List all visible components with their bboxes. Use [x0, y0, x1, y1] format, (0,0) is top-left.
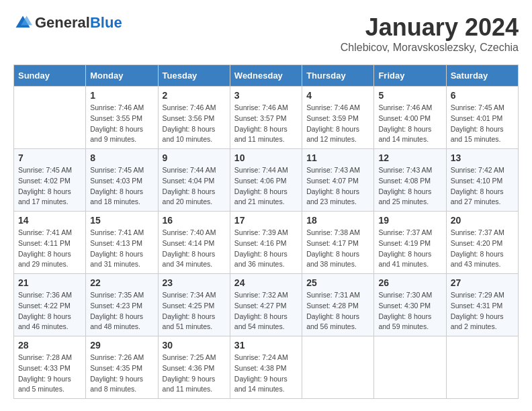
- calendar-week-row: 21Sunrise: 7:36 AMSunset: 4:22 PMDayligh…: [14, 274, 519, 336]
- calendar-body: 1Sunrise: 7:46 AMSunset: 3:55 PMDaylight…: [14, 87, 519, 399]
- sub-title: Chlebicov, Moravskoslezsky, Czechia: [341, 42, 519, 54]
- page-header: GeneralBlue January 2024 Chlebicov, Mora…: [13, 13, 519, 54]
- day-info: Sunrise: 7:45 AMSunset: 4:03 PMDaylight:…: [90, 165, 153, 208]
- day-number: 19: [378, 215, 441, 226]
- weekday-header-wednesday: Wednesday: [230, 65, 302, 87]
- weekday-header-saturday: Saturday: [446, 65, 518, 87]
- calendar-cell: 22Sunrise: 7:35 AMSunset: 4:23 PMDayligh…: [86, 274, 158, 336]
- calendar-cell: 13Sunrise: 7:42 AMSunset: 4:10 PMDayligh…: [446, 149, 518, 212]
- day-number: 5: [378, 90, 441, 101]
- calendar-cell: 1Sunrise: 7:46 AMSunset: 3:55 PMDaylight…: [86, 87, 158, 149]
- day-info: Sunrise: 7:30 AMSunset: 4:30 PMDaylight:…: [378, 290, 441, 332]
- day-number: 15: [90, 215, 153, 226]
- day-number: 1: [90, 90, 153, 101]
- day-info: Sunrise: 7:46 AMSunset: 3:55 PMDaylight:…: [90, 103, 153, 145]
- calendar-cell: 17Sunrise: 7:39 AMSunset: 4:16 PMDayligh…: [230, 212, 302, 274]
- main-title: January 2024: [341, 13, 519, 42]
- calendar-cell: 18Sunrise: 7:38 AMSunset: 4:17 PMDayligh…: [302, 212, 374, 274]
- day-number: 26: [378, 277, 441, 288]
- day-number: 11: [306, 152, 369, 163]
- day-number: 6: [451, 90, 514, 101]
- day-info: Sunrise: 7:31 AMSunset: 4:28 PMDaylight:…: [306, 290, 369, 332]
- calendar-cell: 5Sunrise: 7:46 AMSunset: 4:00 PMDaylight…: [374, 87, 446, 149]
- day-number: 29: [90, 340, 153, 351]
- day-number: 9: [163, 152, 226, 163]
- day-info: Sunrise: 7:46 AMSunset: 3:57 PMDaylight:…: [234, 103, 298, 145]
- day-number: 22: [90, 277, 153, 288]
- calendar-cell: 27Sunrise: 7:29 AMSunset: 4:31 PMDayligh…: [446, 274, 518, 336]
- calendar-cell: 7Sunrise: 7:45 AMSunset: 4:02 PMDaylight…: [14, 149, 86, 212]
- calendar-cell: 23Sunrise: 7:34 AMSunset: 4:25 PMDayligh…: [158, 274, 230, 336]
- calendar-cell: 11Sunrise: 7:43 AMSunset: 4:07 PMDayligh…: [302, 149, 374, 212]
- calendar-cell: 28Sunrise: 7:28 AMSunset: 4:33 PMDayligh…: [14, 336, 86, 399]
- calendar-cell: 12Sunrise: 7:43 AMSunset: 4:08 PMDayligh…: [374, 149, 446, 212]
- logo-blue: Blue: [90, 14, 122, 31]
- day-number: 23: [163, 277, 226, 288]
- calendar-cell: 16Sunrise: 7:40 AMSunset: 4:14 PMDayligh…: [158, 212, 230, 274]
- day-info: Sunrise: 7:45 AMSunset: 4:01 PMDaylight:…: [451, 103, 514, 145]
- calendar-week-row: 28Sunrise: 7:28 AMSunset: 4:33 PMDayligh…: [14, 336, 519, 399]
- calendar-cell: [302, 336, 374, 399]
- calendar-cell: [14, 87, 86, 149]
- calendar-week-row: 14Sunrise: 7:41 AMSunset: 4:11 PMDayligh…: [14, 212, 519, 274]
- day-info: Sunrise: 7:41 AMSunset: 4:13 PMDaylight:…: [90, 228, 153, 270]
- calendar-cell: 3Sunrise: 7:46 AMSunset: 3:57 PMDaylight…: [230, 87, 302, 149]
- day-info: Sunrise: 7:46 AMSunset: 3:56 PMDaylight:…: [163, 103, 226, 145]
- calendar-cell: 24Sunrise: 7:32 AMSunset: 4:27 PMDayligh…: [230, 274, 302, 336]
- logo: GeneralBlue: [13, 13, 122, 32]
- day-info: Sunrise: 7:43 AMSunset: 4:08 PMDaylight:…: [378, 165, 441, 208]
- calendar-cell: 21Sunrise: 7:36 AMSunset: 4:22 PMDayligh…: [14, 274, 86, 336]
- day-number: 24: [234, 277, 298, 288]
- day-number: 27: [451, 277, 514, 288]
- day-number: 14: [18, 215, 81, 226]
- day-number: 20: [451, 215, 514, 226]
- weekday-header-friday: Friday: [374, 65, 446, 87]
- calendar-cell: 6Sunrise: 7:45 AMSunset: 4:01 PMDaylight…: [446, 87, 518, 149]
- day-info: Sunrise: 7:36 AMSunset: 4:22 PMDaylight:…: [18, 290, 81, 332]
- day-number: 3: [234, 90, 298, 101]
- day-info: Sunrise: 7:34 AMSunset: 4:25 PMDaylight:…: [163, 290, 226, 332]
- day-info: Sunrise: 7:45 AMSunset: 4:02 PMDaylight:…: [18, 165, 81, 208]
- day-info: Sunrise: 7:25 AMSunset: 4:36 PMDaylight:…: [163, 353, 226, 395]
- calendar-cell: 19Sunrise: 7:37 AMSunset: 4:19 PMDayligh…: [374, 212, 446, 274]
- day-info: Sunrise: 7:28 AMSunset: 4:33 PMDaylight:…: [18, 353, 81, 395]
- weekday-header-monday: Monday: [86, 65, 158, 87]
- weekday-header-sunday: Sunday: [14, 65, 86, 87]
- calendar-cell: 25Sunrise: 7:31 AMSunset: 4:28 PMDayligh…: [302, 274, 374, 336]
- weekday-header-thursday: Thursday: [302, 65, 374, 87]
- calendar-cell: [374, 336, 446, 399]
- calendar-week-row: 7Sunrise: 7:45 AMSunset: 4:02 PMDaylight…: [14, 149, 519, 212]
- day-info: Sunrise: 7:26 AMSunset: 4:35 PMDaylight:…: [90, 353, 153, 395]
- day-info: Sunrise: 7:35 AMSunset: 4:23 PMDaylight:…: [90, 290, 153, 332]
- weekday-header-tuesday: Tuesday: [158, 65, 230, 87]
- day-info: Sunrise: 7:24 AMSunset: 4:38 PMDaylight:…: [234, 353, 298, 395]
- day-info: Sunrise: 7:42 AMSunset: 4:10 PMDaylight:…: [451, 165, 514, 208]
- calendar-cell: 4Sunrise: 7:46 AMSunset: 3:59 PMDaylight…: [302, 87, 374, 149]
- calendar-cell: 31Sunrise: 7:24 AMSunset: 4:38 PMDayligh…: [230, 336, 302, 399]
- day-info: Sunrise: 7:29 AMSunset: 4:31 PMDaylight:…: [451, 290, 514, 332]
- day-number: 25: [306, 277, 369, 288]
- day-number: 7: [18, 152, 81, 163]
- day-info: Sunrise: 7:43 AMSunset: 4:07 PMDaylight:…: [306, 165, 369, 208]
- day-number: 12: [378, 152, 441, 163]
- logo-icon: [13, 13, 32, 32]
- day-number: 31: [234, 340, 298, 351]
- day-info: Sunrise: 7:41 AMSunset: 4:11 PMDaylight:…: [18, 228, 81, 270]
- day-info: Sunrise: 7:46 AMSunset: 3:59 PMDaylight:…: [306, 103, 369, 145]
- calendar-table: SundayMondayTuesdayWednesdayThursdayFrid…: [13, 64, 519, 399]
- logo-text: GeneralBlue: [35, 14, 122, 32]
- day-info: Sunrise: 7:37 AMSunset: 4:20 PMDaylight:…: [451, 228, 514, 270]
- calendar-cell: 10Sunrise: 7:44 AMSunset: 4:06 PMDayligh…: [230, 149, 302, 212]
- calendar-week-row: 1Sunrise: 7:46 AMSunset: 3:55 PMDaylight…: [14, 87, 519, 149]
- day-info: Sunrise: 7:37 AMSunset: 4:19 PMDaylight:…: [378, 228, 441, 270]
- day-number: 2: [163, 90, 226, 101]
- calendar-cell: 2Sunrise: 7:46 AMSunset: 3:56 PMDaylight…: [158, 87, 230, 149]
- title-section: January 2024 Chlebicov, Moravskoslezsky,…: [341, 13, 519, 54]
- day-info: Sunrise: 7:32 AMSunset: 4:27 PMDaylight:…: [234, 290, 298, 332]
- day-number: 30: [163, 340, 226, 351]
- calendar-cell: 29Sunrise: 7:26 AMSunset: 4:35 PMDayligh…: [86, 336, 158, 399]
- day-info: Sunrise: 7:40 AMSunset: 4:14 PMDaylight:…: [163, 228, 226, 270]
- day-number: 17: [234, 215, 298, 226]
- day-number: 21: [18, 277, 81, 288]
- day-info: Sunrise: 7:39 AMSunset: 4:16 PMDaylight:…: [234, 228, 298, 270]
